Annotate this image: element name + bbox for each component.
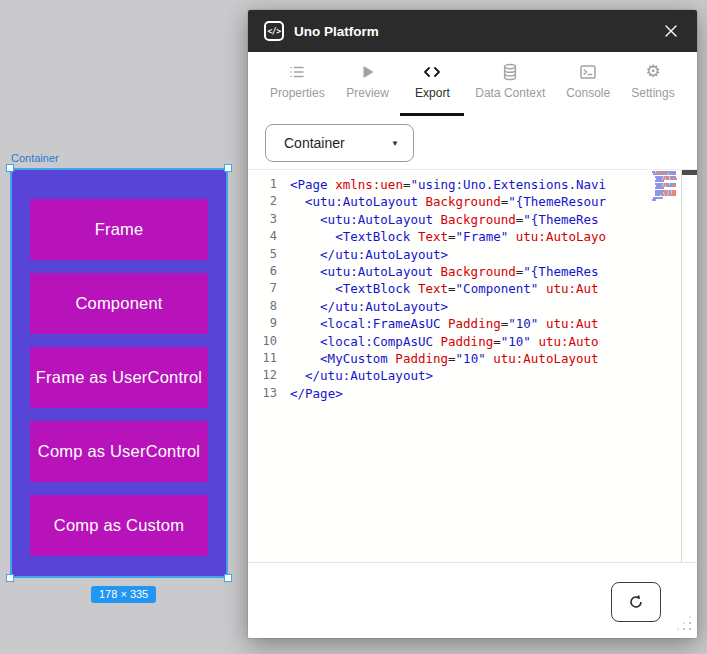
line-number: 6	[248, 263, 290, 280]
code-line: 3<utu:AutoLayout Background="{ThemeRes	[248, 211, 697, 228]
tab-settings[interactable]: ⚙Settings	[625, 52, 681, 116]
list-icon	[288, 63, 306, 81]
code-line: 11<MyCustom Padding="10" utu:AutoLayout	[248, 350, 697, 367]
code-lines: 1<Page xmlns:uen="using:Uno.Extensions.N…	[248, 170, 697, 402]
canvas-button[interactable]: Comp as Custom	[30, 495, 208, 556]
chevron-down-icon: ▼	[391, 139, 399, 148]
element-selector-dropdown[interactable]: Container ▼	[265, 124, 414, 162]
code-line: 4<TextBlock Text="Frame" utu:AutoLayo	[248, 228, 697, 245]
code-line: 13</Page>	[248, 385, 697, 402]
canvas-button[interactable]: Comp as UserControl	[30, 421, 208, 482]
tab-label: Preview	[346, 86, 389, 100]
footer-bar	[248, 562, 697, 638]
tab-label: Data Context	[475, 86, 545, 100]
tab-console[interactable]: Console	[560, 52, 616, 116]
code-line: 2<utu:AutoLayout Background="{ThemeResou…	[248, 193, 697, 210]
database-icon	[501, 63, 519, 81]
tab-label: Console	[566, 86, 610, 100]
line-number: 5	[248, 246, 290, 263]
canvas-button[interactable]: Frame	[30, 199, 208, 260]
play-icon	[359, 63, 377, 81]
tab-label: Export	[415, 86, 450, 100]
scrollbar-thumb[interactable]	[682, 170, 697, 175]
selection-handle-top-left[interactable]	[6, 164, 14, 172]
canvas-button[interactable]: Frame as UserControl	[30, 347, 208, 408]
selected-container-frame[interactable]: FrameComponentFrame as UserControlComp a…	[10, 168, 228, 578]
export-toolbar: Container ▼	[248, 116, 697, 170]
tab-label: Settings	[631, 86, 674, 100]
window-titlebar[interactable]: </> Uno Platform	[248, 10, 697, 52]
line-number: 13	[248, 385, 290, 402]
line-number: 12	[248, 367, 290, 384]
canvas-button[interactable]: Component	[30, 273, 208, 334]
gear-icon: ⚙	[645, 63, 660, 81]
code-minimap[interactable]	[652, 171, 680, 201]
tab-data-context[interactable]: Data Context	[469, 52, 551, 116]
line-number: 8	[248, 298, 290, 315]
refresh-icon	[627, 593, 645, 611]
selection-size-badge: 178 × 335	[91, 586, 156, 603]
code-line: 9<local:FrameAsUC Padding="10" utu:Aut	[248, 315, 697, 332]
line-number: 3	[248, 211, 290, 228]
line-number: 2	[248, 193, 290, 210]
code-line: 12</utu:AutoLayout>	[248, 367, 697, 384]
selection-handle-bottom-right[interactable]	[224, 574, 232, 582]
refresh-button[interactable]	[611, 582, 661, 622]
code-line: 6<utu:AutoLayout Background="{ThemeRes	[248, 263, 697, 280]
code-line: 7<TextBlock Text="Component" utu:Aut	[248, 280, 697, 297]
uno-logo-icon: </>	[264, 21, 284, 41]
line-number: 4	[248, 228, 290, 245]
window-title: Uno Platform	[294, 24, 379, 39]
tab-preview[interactable]: Preview	[340, 52, 396, 116]
code-line: 8</utu:AutoLayout>	[248, 298, 697, 315]
uno-platform-window: </> Uno Platform PropertiesPreviewExport…	[248, 10, 697, 638]
selection-handle-bottom-left[interactable]	[6, 574, 14, 582]
resize-grip[interactable]	[675, 614, 693, 632]
close-icon[interactable]	[661, 21, 681, 41]
line-number: 9	[248, 315, 290, 332]
terminal-icon	[579, 63, 597, 81]
code-line: 5</utu:AutoLayout>	[248, 246, 697, 263]
selection-handle-top-right[interactable]	[224, 164, 232, 172]
minimap-divider	[681, 170, 682, 562]
line-number: 7	[248, 280, 290, 297]
tab-export[interactable]: Export	[404, 52, 460, 116]
line-number: 1	[248, 176, 290, 193]
tab-label: Properties	[270, 86, 325, 100]
selection-label: Container	[11, 152, 59, 164]
line-number: 10	[248, 333, 290, 350]
tab-properties[interactable]: Properties	[264, 52, 331, 116]
code-editor[interactable]: 1<Page xmlns:uen="using:Uno.Extensions.N…	[248, 170, 697, 562]
tab-bar: PropertiesPreviewExportData ContextConso…	[248, 52, 697, 116]
code-line: 1<Page xmlns:uen="using:Uno.Extensions.N…	[248, 176, 697, 193]
dropdown-value: Container	[284, 135, 345, 151]
code-brackets-icon	[422, 63, 442, 81]
code-line: 10<local:CompAsUC Padding="10" utu:Auto	[248, 333, 697, 350]
line-number: 11	[248, 350, 290, 367]
